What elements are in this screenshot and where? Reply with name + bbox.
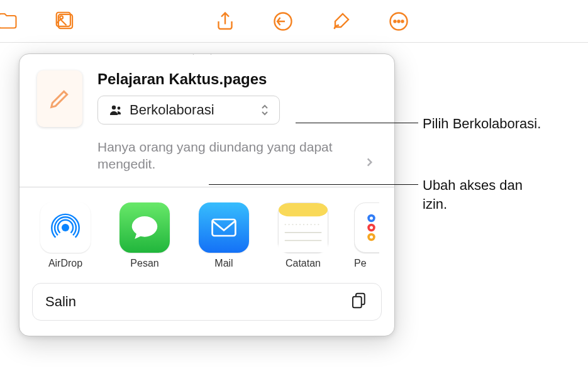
target-reminders[interactable]: Pe — [354, 202, 379, 269]
permissions-text: Hanya orang yang diundang yang dapat men… — [97, 138, 362, 173]
chevron-right-icon — [365, 157, 373, 170]
target-mail[interactable]: Mail — [196, 202, 252, 269]
svg-point-21 — [370, 216, 373, 219]
pencil-icon — [47, 86, 72, 111]
undo-button[interactable] — [270, 9, 296, 34]
actions: Salin — [19, 283, 394, 336]
copy-icon — [350, 291, 369, 312]
share-sheet: Pelajaran Kaktus.pages Berkolaborasi Han… — [19, 53, 395, 336]
format-button[interactable] — [328, 9, 353, 34]
svg-point-9 — [118, 107, 121, 110]
target-label: Pesan — [130, 258, 158, 269]
copy-action[interactable]: Salin — [32, 283, 382, 321]
images-icon — [53, 9, 77, 33]
svg-rect-28 — [353, 296, 362, 307]
svg-point-6 — [398, 20, 400, 22]
svg-rect-11 — [213, 219, 236, 236]
collaborate-picker[interactable]: Berkolaborasi — [97, 96, 280, 124]
share-targets: AirDrop Pesan Mail Catatan Pe — [19, 187, 394, 283]
svg-rect-12 — [279, 203, 328, 216]
more-button[interactable] — [386, 9, 411, 34]
action-label: Salin — [45, 294, 76, 310]
svg-point-22 — [370, 226, 373, 229]
share-button[interactable] — [213, 9, 238, 34]
target-label: AirDrop — [48, 258, 82, 269]
share-header: Pelajaran Kaktus.pages Berkolaborasi — [19, 54, 394, 140]
reminders-icon — [354, 202, 379, 253]
document-thumbnail — [37, 70, 82, 127]
callout-line — [296, 123, 418, 123]
target-airdrop[interactable]: AirDrop — [37, 202, 94, 269]
target-label: Catatan — [286, 258, 321, 269]
undo-icon — [272, 10, 294, 33]
airdrop-icon — [40, 202, 91, 253]
target-label: Pe — [354, 258, 367, 269]
collaborate-label: Berkolaborasi — [130, 102, 252, 118]
document-title: Pelajaran Kaktus.pages — [97, 70, 377, 88]
target-label: Mail — [214, 258, 233, 269]
more-icon — [387, 10, 410, 33]
people-icon — [108, 102, 123, 118]
permissions-row[interactable]: Hanya orang yang diundang yang dapat men… — [19, 138, 394, 187]
chevron-updown-icon — [258, 103, 272, 117]
svg-point-2 — [60, 16, 63, 19]
callout-line — [209, 184, 418, 185]
documents-button[interactable] — [0, 9, 20, 34]
folder-icon — [0, 10, 19, 33]
media-button[interactable] — [53, 9, 78, 34]
svg-point-23 — [370, 235, 373, 238]
mail-icon — [199, 202, 249, 253]
callout-collaborate: Pilih Berkolaborasi. — [423, 114, 541, 133]
notes-icon — [278, 202, 328, 253]
svg-point-7 — [402, 20, 404, 22]
share-icon — [214, 10, 236, 33]
target-notes[interactable]: Catatan — [275, 202, 331, 269]
svg-rect-14 — [279, 216, 328, 252]
callout-permissions: Ubah akses dan izin. — [423, 176, 536, 213]
svg-point-10 — [62, 224, 69, 231]
messages-icon — [119, 202, 170, 253]
svg-point-5 — [394, 20, 396, 22]
target-messages[interactable]: Pesan — [116, 202, 173, 269]
toolbar — [0, 0, 588, 43]
paintbrush-icon — [330, 10, 352, 33]
svg-point-8 — [112, 106, 116, 109]
